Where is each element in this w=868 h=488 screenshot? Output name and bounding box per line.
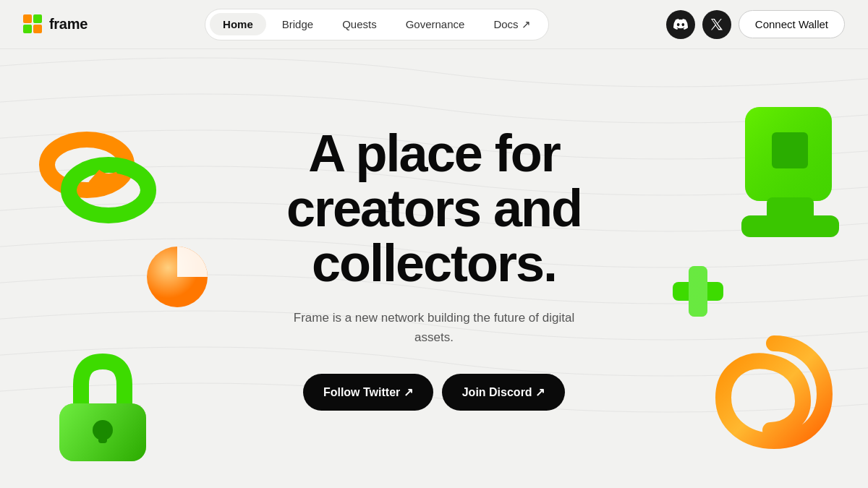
nav-links: Home Bridge Quests Governance Docs ↗ [205,9,549,40]
deco-chains [22,107,166,252]
twitter-x-icon [711,19,723,30]
navbar: frame Home Bridge Quests Governance Docs… [0,0,868,49]
svg-point-11 [147,247,208,307]
hero-subtitle: Frame is a new network building the futu… [289,308,579,347]
nav-home[interactable]: Home [210,13,266,35]
nav-bridge[interactable]: Bridge [269,13,326,35]
nav-docs[interactable]: Docs ↗ [480,13,543,36]
svg-rect-14 [689,266,707,317]
join-discord-button[interactable]: Join Discord ↗ [442,374,565,411]
deco-head [727,100,854,226]
hero-buttons: Follow Twitter ↗ Join Discord ↗ [303,374,565,411]
nav-right: Connect Wallet [666,10,845,39]
svg-rect-12 [689,266,707,317]
svg-rect-2 [23,25,32,33]
svg-rect-3 [33,25,42,33]
hero-title: A place for creators and collectors. [231,127,637,291]
svg-rect-1 [33,14,42,23]
svg-point-4 [47,140,127,190]
svg-point-5 [69,165,148,215]
svg-rect-16 [59,403,146,461]
svg-rect-15 [59,403,146,461]
twitter-icon-button[interactable] [702,10,731,39]
svg-point-17 [93,420,113,440]
hero-section: A place for creators and collectors. Fra… [0,49,868,488]
svg-rect-10 [741,215,839,237]
svg-rect-13 [673,282,723,301]
deco-lock [43,347,163,466]
deco-spiral [702,329,846,474]
svg-rect-6 [745,107,832,201]
follow-twitter-button[interactable]: Follow Twitter ↗ [303,374,433,411]
nav-quests[interactable]: Quests [329,13,390,35]
discord-icon [673,19,688,30]
deco-cross [673,266,723,317]
nav-governance[interactable]: Governance [393,13,478,35]
deco-ball [145,244,210,309]
connect-wallet-button[interactable]: Connect Wallet [739,10,845,38]
logo-icon [23,14,43,35]
svg-rect-7 [745,107,832,201]
svg-rect-18 [98,430,107,443]
discord-icon-button[interactable] [666,10,695,39]
logo[interactable]: frame [23,14,88,35]
brand-name: frame [49,16,88,33]
svg-rect-9 [767,197,814,223]
svg-rect-8 [772,132,808,168]
svg-rect-0 [23,14,32,23]
